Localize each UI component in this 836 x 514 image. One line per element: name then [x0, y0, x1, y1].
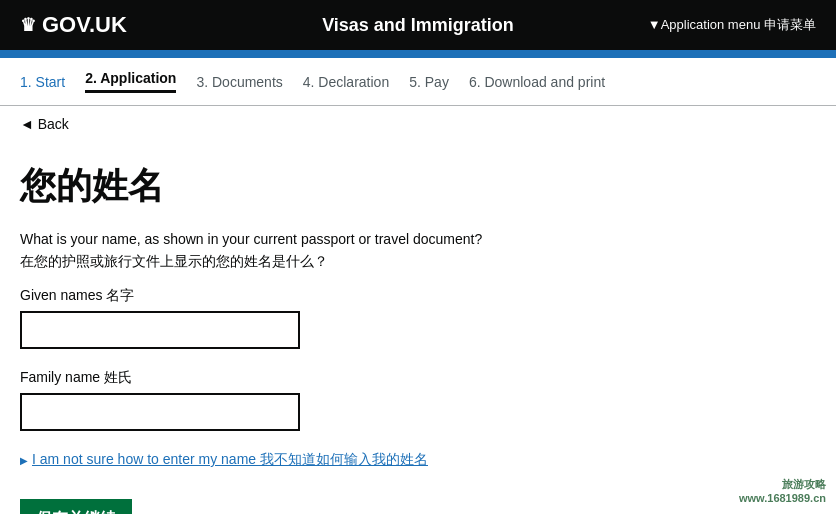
application-menu-button[interactable]: ▼Application menu 申请菜单 [648, 16, 816, 34]
site-header: ♛ GOV.UK Visas and Immigration ▼Applicat… [0, 0, 836, 50]
crown-icon: ♛ [20, 14, 36, 36]
watermark-line2: www.1681989.cn [739, 492, 826, 504]
site-title: Visas and Immigration [322, 15, 514, 36]
gov-uk-text: GOV.UK [42, 12, 127, 38]
step-2-application[interactable]: 2. Application [85, 70, 176, 93]
gov-uk-logo: ♛ GOV.UK [20, 12, 127, 38]
step-3-documents[interactable]: 3. Documents [196, 74, 282, 90]
help-link[interactable]: I am not sure how to enter my name 我不知道如… [32, 451, 428, 469]
step-5-pay[interactable]: 5. Pay [409, 74, 449, 90]
family-name-input[interactable] [20, 393, 300, 431]
help-link-container: ▶ I am not sure how to enter my name 我不知… [20, 451, 780, 469]
question-text-en: What is your name, as shown in your curr… [20, 231, 780, 247]
given-names-group: Given names 名字 [20, 287, 780, 349]
main-content: 您的姓名 What is your name, as shown in your… [0, 142, 800, 514]
family-name-group: Family name 姓氏 [20, 369, 780, 431]
submit-button[interactable]: 保存并继续 [20, 499, 132, 514]
step-4-declaration[interactable]: 4. Declaration [303, 74, 389, 90]
step-1-start[interactable]: 1. Start [20, 74, 65, 90]
watermark: 旅游攻略 www.1681989.cn [739, 477, 826, 504]
given-names-label: Given names 名字 [20, 287, 780, 305]
question-text-zh: 在您的护照或旅行文件上显示的您的姓名是什么？ [20, 253, 780, 271]
steps-navigation: 1. Start 2. Application 3. Documents 4. … [0, 58, 836, 106]
triangle-icon: ▶ [20, 455, 28, 466]
given-names-input[interactable] [20, 311, 300, 349]
watermark-line1: 旅游攻略 [739, 477, 826, 492]
family-name-label: Family name 姓氏 [20, 369, 780, 387]
step-6-download[interactable]: 6. Download and print [469, 74, 605, 90]
back-link[interactable]: ◄ Back [20, 116, 816, 132]
back-link-container: ◄ Back [0, 106, 836, 142]
blue-accent-bar [0, 50, 836, 58]
page-title: 您的姓名 [20, 162, 780, 211]
